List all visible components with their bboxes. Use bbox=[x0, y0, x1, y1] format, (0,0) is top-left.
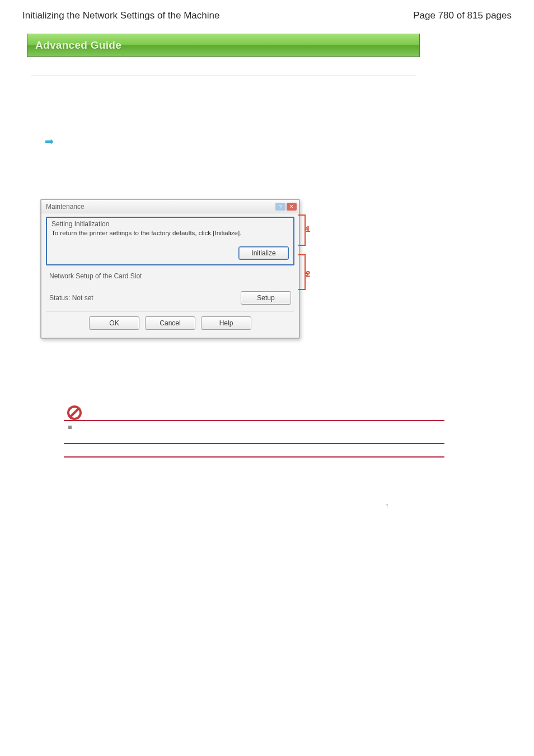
card-slot-group: Network Setup of the Card Slot Status: N… bbox=[46, 271, 294, 308]
prohibited-icon bbox=[67, 405, 82, 420]
initialize-button[interactable]: Initialize bbox=[238, 246, 289, 260]
callout-bracket-1 bbox=[298, 214, 306, 246]
cancel-button[interactable]: Cancel bbox=[145, 316, 195, 330]
window-help-button[interactable]: ? bbox=[275, 203, 285, 211]
help-button[interactable]: Help bbox=[201, 316, 251, 330]
maintenance-dialog: Maintenance ? ✕ Setting Initialization T… bbox=[40, 199, 300, 339]
divider bbox=[31, 76, 416, 76]
page-indicator: Page 780 of 815 pages bbox=[413, 10, 512, 21]
callout-2: 2 bbox=[306, 269, 310, 278]
group1-desc: To return the printer settings to the fa… bbox=[51, 230, 289, 236]
page-top-icon[interactable]: ↑ bbox=[385, 501, 389, 510]
group1-label: Setting Initialization bbox=[51, 220, 289, 228]
banner-text: Advanced Guide bbox=[35, 39, 121, 52]
setting-initialization-group: Setting Initialization To return the pri… bbox=[46, 217, 294, 265]
setup-button[interactable]: Setup bbox=[241, 291, 291, 305]
page-title: Initializing the Network Settings of the… bbox=[22, 10, 219, 21]
important-line-top bbox=[64, 420, 444, 421]
square-bullet-icon bbox=[68, 426, 72, 429]
group2-label: Network Setup of the Card Slot bbox=[49, 272, 291, 280]
dialog-titlebar: Maintenance ? ✕ bbox=[41, 200, 299, 213]
status-text: Status: Not set bbox=[49, 294, 93, 302]
callout-1: 1 bbox=[306, 224, 310, 234]
ok-button[interactable]: OK bbox=[89, 316, 139, 330]
svg-line-1 bbox=[71, 409, 79, 417]
dialog-title-text: Maintenance bbox=[46, 203, 85, 211]
banner: Advanced Guide bbox=[27, 34, 420, 57]
window-close-button[interactable]: ✕ bbox=[287, 203, 297, 211]
callout-bracket-2 bbox=[298, 254, 306, 290]
important-line-bottom bbox=[64, 456, 444, 458]
important-section bbox=[64, 405, 444, 458]
important-line-mid bbox=[64, 443, 444, 444]
arrow-right-icon: ➡ bbox=[45, 135, 54, 148]
